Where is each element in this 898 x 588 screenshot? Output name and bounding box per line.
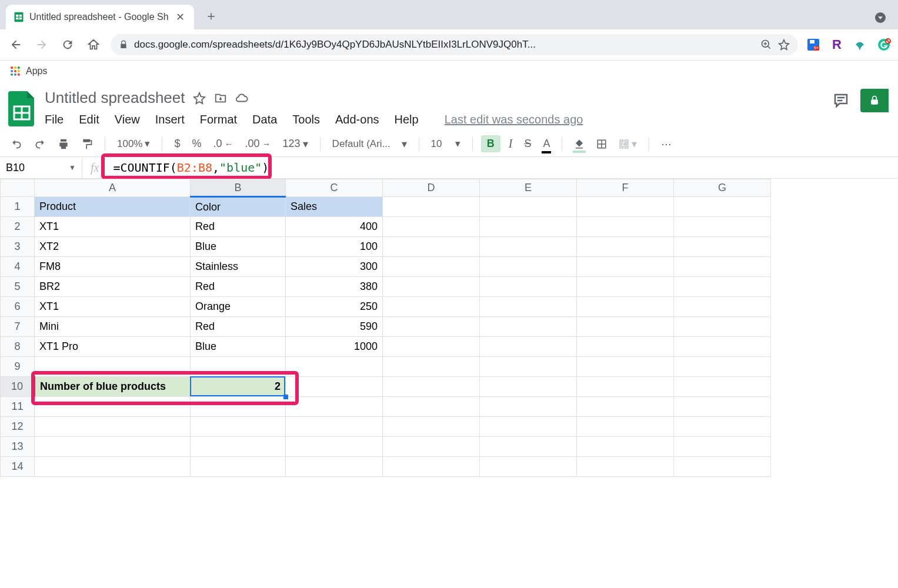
bold-button[interactable]: B bbox=[481, 135, 500, 152]
cell[interactable] bbox=[577, 237, 674, 257]
cell[interactable] bbox=[35, 417, 191, 437]
menu-format[interactable]: Format bbox=[200, 113, 237, 126]
cell[interactable] bbox=[577, 297, 674, 317]
row-header[interactable]: 9 bbox=[1, 357, 35, 377]
cell[interactable] bbox=[577, 397, 674, 417]
font-dropdown[interactable]: Default (Ari... bbox=[329, 136, 393, 152]
tab-close-icon[interactable]: ✕ bbox=[173, 11, 187, 24]
back-button[interactable] bbox=[7, 36, 25, 54]
cell[interactable]: Blue bbox=[191, 337, 286, 357]
cell[interactable] bbox=[577, 437, 674, 457]
cell[interactable]: 400 bbox=[286, 217, 383, 237]
apps-icon[interactable] bbox=[9, 65, 21, 77]
cell[interactable] bbox=[383, 317, 480, 337]
cell[interactable] bbox=[383, 337, 480, 357]
reload-button[interactable] bbox=[59, 36, 76, 54]
cell[interactable] bbox=[383, 237, 480, 257]
column-header[interactable]: B bbox=[191, 179, 286, 197]
cell[interactable] bbox=[480, 277, 577, 297]
column-header[interactable]: A bbox=[35, 179, 191, 197]
cell[interactable]: XT2 bbox=[35, 237, 191, 257]
cell[interactable]: 2 bbox=[191, 377, 286, 397]
cell[interactable] bbox=[286, 437, 383, 457]
row-header[interactable]: 7 bbox=[1, 317, 35, 337]
more-button[interactable]: ⋯ bbox=[657, 135, 675, 153]
italic-button[interactable]: I bbox=[505, 135, 516, 153]
cell[interactable]: 300 bbox=[286, 257, 383, 277]
cell[interactable] bbox=[577, 317, 674, 337]
home-button[interactable] bbox=[85, 36, 102, 54]
cell[interactable] bbox=[577, 217, 674, 237]
menu-file[interactable]: File bbox=[45, 113, 64, 126]
cell[interactable]: 1000 bbox=[286, 337, 383, 357]
cell[interactable] bbox=[674, 357, 771, 377]
menu-edit[interactable]: Edit bbox=[79, 113, 99, 126]
cell[interactable]: XT1 bbox=[35, 217, 191, 237]
cell[interactable] bbox=[286, 397, 383, 417]
zoom-icon[interactable] bbox=[760, 39, 772, 51]
cell[interactable] bbox=[577, 337, 674, 357]
cell[interactable] bbox=[577, 257, 674, 277]
cell[interactable] bbox=[674, 277, 771, 297]
cell[interactable] bbox=[577, 197, 674, 217]
menu-tools[interactable]: Tools bbox=[292, 113, 320, 126]
move-icon[interactable] bbox=[214, 92, 227, 105]
star-icon[interactable] bbox=[193, 92, 206, 105]
borders-button[interactable] bbox=[593, 136, 610, 152]
ext-hummingbird-icon[interactable] bbox=[853, 38, 867, 52]
column-header[interactable]: G bbox=[674, 179, 771, 197]
cell[interactable] bbox=[480, 377, 577, 397]
document-title[interactable]: Untitled spreadsheet bbox=[45, 89, 185, 107]
cell[interactable] bbox=[480, 217, 577, 237]
cell[interactable]: Sales bbox=[286, 197, 383, 217]
cell[interactable] bbox=[383, 257, 480, 277]
cell[interactable]: 590 bbox=[286, 317, 383, 337]
cell[interactable] bbox=[480, 237, 577, 257]
cell[interactable]: XT1 bbox=[35, 297, 191, 317]
cell[interactable] bbox=[674, 217, 771, 237]
cell[interactable] bbox=[286, 357, 383, 377]
sheets-logo-icon[interactable] bbox=[7, 89, 38, 129]
column-header[interactable]: F bbox=[577, 179, 674, 197]
last-edit-link[interactable]: Last edit was seconds ago bbox=[445, 113, 583, 126]
cell[interactable] bbox=[674, 397, 771, 417]
cell[interactable] bbox=[286, 457, 383, 477]
cell[interactable]: 380 bbox=[286, 277, 383, 297]
row-header[interactable]: 12 bbox=[1, 417, 35, 437]
menu-help[interactable]: Help bbox=[395, 113, 419, 126]
cell[interactable] bbox=[577, 457, 674, 477]
row-header[interactable]: 10 bbox=[1, 377, 35, 397]
cell[interactable] bbox=[35, 457, 191, 477]
cell[interactable] bbox=[480, 197, 577, 217]
name-box[interactable]: B10 ▼ bbox=[0, 158, 82, 178]
paint-format-button[interactable] bbox=[78, 136, 96, 152]
cell[interactable] bbox=[577, 357, 674, 377]
cell[interactable] bbox=[35, 357, 191, 377]
ext-grammarly-icon[interactable] bbox=[877, 38, 891, 52]
cell[interactable] bbox=[35, 437, 191, 457]
cell[interactable]: 250 bbox=[286, 297, 383, 317]
cell[interactable] bbox=[674, 457, 771, 477]
browser-tab[interactable]: Untitled spreadsheet - Google Sh ✕ bbox=[6, 5, 194, 29]
cell[interactable] bbox=[674, 297, 771, 317]
caret-down-icon[interactable]: ▾ bbox=[398, 135, 410, 153]
cloud-status-icon[interactable] bbox=[235, 92, 248, 105]
cell[interactable] bbox=[191, 437, 286, 457]
cell[interactable]: XT1 Pro bbox=[35, 337, 191, 357]
row-header[interactable]: 13 bbox=[1, 437, 35, 457]
chrome-menu-icon[interactable] bbox=[874, 12, 892, 29]
row-header[interactable]: 11 bbox=[1, 397, 35, 417]
cell[interactable] bbox=[674, 417, 771, 437]
cell[interactable]: Red bbox=[191, 217, 286, 237]
row-header[interactable]: 8 bbox=[1, 337, 35, 357]
address-bar[interactable]: docs.google.com/spreadsheets/d/1K6Jy9BOy… bbox=[111, 34, 798, 55]
cell[interactable] bbox=[383, 217, 480, 237]
select-all-cell[interactable] bbox=[1, 179, 35, 197]
increase-decimal-button[interactable]: .00→ bbox=[242, 135, 275, 152]
forward-button[interactable] bbox=[33, 36, 51, 54]
redo-button[interactable] bbox=[31, 136, 49, 152]
share-button[interactable] bbox=[860, 89, 889, 112]
cell[interactable] bbox=[191, 357, 286, 377]
cell[interactable]: Mini bbox=[35, 317, 191, 337]
cell[interactable] bbox=[383, 457, 480, 477]
